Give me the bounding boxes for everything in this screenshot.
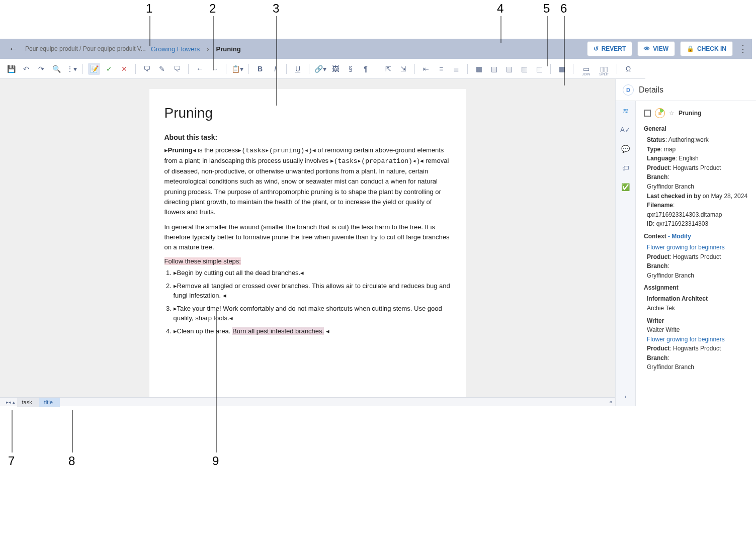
scroll-top-icon[interactable]: « <box>609 399 615 405</box>
omega-icon[interactable]: Ω <box>622 63 634 75</box>
breadcrumb-parent[interactable]: Growing Flowers <box>151 45 200 53</box>
side-tabs: ≋ A✓ 💬 🏷 ✅ › <box>616 101 636 406</box>
step-1: ▸Begin by cutting out all the dead branc… <box>174 268 451 278</box>
context-link[interactable]: Flower growing for beginners <box>647 243 750 252</box>
table-col-left-icon[interactable]: ▥ <box>518 63 530 75</box>
tab-tags-icon[interactable]: 🏷 <box>620 162 631 173</box>
para-1: ▸Pruning◂ is the process▸(tasks▸(pruning… <box>164 145 451 217</box>
table-row-below-icon[interactable]: ▤ <box>503 63 515 75</box>
underline-icon[interactable]: U <box>292 63 304 75</box>
kv-file: Filename: qxr1716923314303.ditamap <box>647 201 750 219</box>
step-2: ▸Remove all tangled or crossed over bran… <box>174 281 451 301</box>
ctx-branch: Branch: <box>647 261 750 271</box>
svg-text:7: 7 <box>8 454 15 468</box>
select-checkbox[interactable] <box>644 110 651 117</box>
table-row-above-icon[interactable]: ▤ <box>488 63 500 75</box>
step-3: ▸Take your time! Work comfortably and do… <box>174 304 451 323</box>
bold-icon[interactable]: B <box>254 63 266 75</box>
list-ul-icon[interactable]: ≣ <box>450 63 462 75</box>
comment-del-icon[interactable]: 🗨 <box>171 63 183 75</box>
undo-icon[interactable]: ↶ <box>20 63 32 75</box>
outdent-icon[interactable]: ⇤ <box>420 63 432 75</box>
path-seg-title[interactable]: title <box>39 398 60 407</box>
tab-comments-icon[interactable]: 💬 <box>620 143 631 154</box>
italic-icon[interactable]: I <box>269 63 281 75</box>
general-head: General <box>644 125 750 132</box>
accept-icon[interactable]: ✓ <box>103 63 115 75</box>
redo-icon[interactable]: ↷ <box>35 63 47 75</box>
table-col-right-icon[interactable]: ▥ <box>533 63 545 75</box>
tab-validate-icon[interactable]: ✅ <box>620 181 631 193</box>
page-title: Pruning <box>164 105 451 121</box>
context-modify-link[interactable]: - Modify <box>666 233 691 240</box>
back-icon[interactable]: ← <box>6 44 20 54</box>
path-handle-icon[interactable]: ▸◂ ▴ <box>4 400 17 405</box>
next-icon[interactable]: → <box>209 63 221 75</box>
star-icon[interactable]: ☆ <box>669 110 675 117</box>
document-page[interactable]: Pruning About this task: ▸Pruning◂ is th… <box>149 89 466 399</box>
eye-icon: 👁 <box>644 45 650 52</box>
steps-list: ▸Begin by cutting out all the dead branc… <box>174 268 451 336</box>
toolbar: 💾 ↶ ↷ 🔍 ⋮▾ 📝 ✓ ✕ 🗨 ✎ 🗨 ← → 📋▾ B I U 🔗▾ 🖼… <box>0 59 645 79</box>
collapse-side-icon[interactable]: › <box>620 391 631 402</box>
revert-button[interactable]: ↺ REVERT <box>587 41 633 56</box>
more-menu-icon[interactable]: ⋮ <box>738 43 748 54</box>
kv-status: Status: Authoring:work <box>647 135 750 145</box>
image-icon[interactable]: 🖼 <box>329 63 342 75</box>
object-row: ≡ ☆ Pruning <box>644 108 750 118</box>
menu-small-icon[interactable]: ⋮▾ <box>65 63 77 75</box>
assign-link[interactable]: Flower growing for beginners <box>647 335 750 344</box>
tab-attributes-icon[interactable]: A✓ <box>620 124 631 135</box>
section-icon[interactable]: § <box>345 63 357 75</box>
save-icon[interactable]: 💾 <box>5 63 17 75</box>
link-icon[interactable]: 🔗▾ <box>314 63 326 75</box>
role-writer: Writer <box>647 316 750 326</box>
steps-head: Follow these simple steps: <box>164 257 451 265</box>
prev-icon[interactable]: ← <box>194 63 206 75</box>
svg-text:1: 1 <box>146 2 152 15</box>
assign-branch: Branch: <box>647 353 750 363</box>
details-title: Details <box>639 85 663 95</box>
comment-edit-icon[interactable]: ✎ <box>156 63 168 75</box>
table-icon[interactable]: ▦ <box>473 63 485 75</box>
breadcrumb-bar: ← Pour equipe produit / Pour equipe prod… <box>0 39 645 59</box>
checkin-label: CHECK IN <box>697 45 726 52</box>
breadcrumb-current: Pruning <box>216 45 241 53</box>
comment-add-icon[interactable]: 🗨 <box>141 63 153 75</box>
assign-branch-val: Gryffindor Branch <box>647 362 750 372</box>
insert-before-icon[interactable]: ⇱ <box>382 63 394 75</box>
list-ol-icon[interactable]: ≡ <box>435 63 447 75</box>
role-ia-name: Archie Tek <box>647 304 750 313</box>
revert-label: REVERT <box>602 45 626 52</box>
checkin-button[interactable]: 🔒 CHECK IN <box>680 41 733 56</box>
table-del-icon[interactable]: ▦ <box>556 63 568 75</box>
breadcrumb-path: Pour equipe produit / Pour equipe produi… <box>25 45 146 52</box>
insert-after-icon[interactable]: ⇲ <box>397 63 409 75</box>
breadcrumb-sep: › <box>205 45 211 53</box>
kv-branch-val: Gryffindor Branch <box>647 182 750 192</box>
svg-text:5: 5 <box>543 2 550 15</box>
element-path-bar: ▸◂ ▴ task title « <box>0 397 615 406</box>
paste-icon[interactable]: 📋▾ <box>231 63 243 75</box>
kv-id: ID: qxr1716923314303 <box>647 219 750 229</box>
ctx-branch-val: Gryffindor Branch <box>647 271 750 281</box>
pilcrow-icon[interactable]: ¶ <box>360 63 372 75</box>
svg-text:4: 4 <box>497 2 503 15</box>
search-icon[interactable]: 🔍 <box>50 63 62 75</box>
reject-icon[interactable]: ✕ <box>118 63 130 75</box>
split-icon[interactable]: ▯▯SPLIT <box>597 62 612 75</box>
svg-text:8: 8 <box>68 454 75 468</box>
svg-text:2: 2 <box>209 2 216 15</box>
tracking-icon[interactable]: 📝 <box>88 63 100 75</box>
para-2: In general the smaller the wound (smalle… <box>164 222 451 252</box>
context-head: Context - Modify <box>644 233 750 240</box>
details-content: ≡ ☆ Pruning General Status: Authoring:wo… <box>636 101 756 406</box>
svg-text:9: 9 <box>212 454 219 468</box>
path-seg-task[interactable]: task <box>17 398 39 407</box>
view-button[interactable]: 👁 VIEW <box>637 41 675 56</box>
kv-product: Product: Hogwarts Product <box>647 163 750 173</box>
join-icon[interactable]: ▭JOIN <box>578 62 594 75</box>
kv-checked: Last checked in by on May 28, 2024 <box>647 192 750 201</box>
tab-details-icon[interactable]: ≋ <box>620 105 631 116</box>
ctx-product: Product: Hogwarts Product <box>647 252 750 262</box>
